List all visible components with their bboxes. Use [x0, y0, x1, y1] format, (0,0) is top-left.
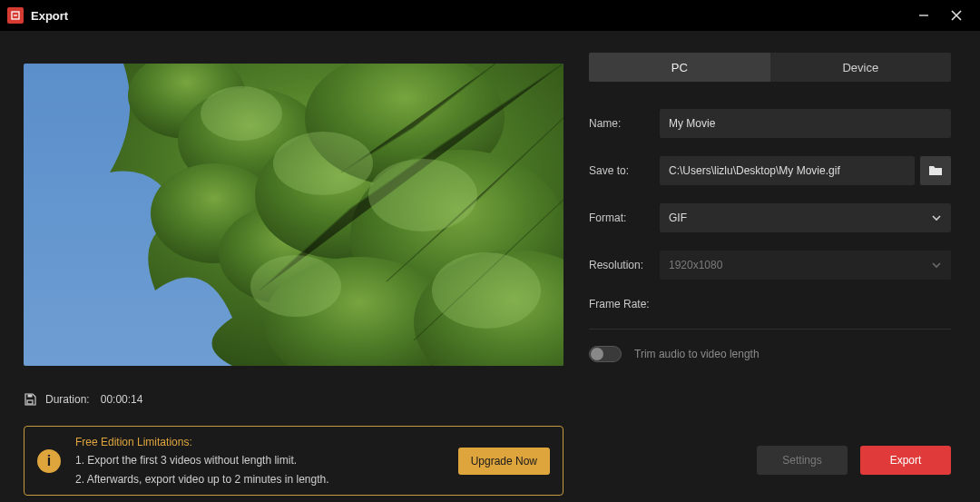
window-title: Export — [31, 9, 68, 23]
svg-point-15 — [432, 252, 541, 329]
format-value: GIF — [669, 212, 687, 224]
minimize-button[interactable] — [907, 0, 940, 31]
svg-rect-16 — [27, 400, 33, 404]
duration-row: Duration: 00:00:14 — [24, 393, 564, 406]
saveto-label: Save to: — [589, 164, 660, 177]
tab-pc[interactable]: PC — [589, 53, 770, 82]
save-disk-icon — [24, 393, 36, 406]
name-input[interactable] — [660, 109, 951, 138]
titlebar: Export — [0, 0, 980, 31]
svg-point-12 — [273, 132, 373, 195]
settings-button[interactable]: Settings — [757, 446, 848, 475]
toggle-knob — [591, 348, 603, 360]
trim-audio-label: Trim audio to video length — [634, 348, 760, 360]
svg-point-14 — [368, 159, 477, 231]
tab-device[interactable]: Device — [770, 53, 952, 82]
duration-label: Duration: — [45, 393, 90, 406]
resolution-value: 1920x1080 — [669, 259, 722, 271]
upgrade-button[interactable]: Upgrade Now — [458, 448, 550, 475]
close-button[interactable] — [940, 0, 973, 31]
format-label: Format: — [589, 212, 660, 224]
app-icon — [7, 7, 24, 24]
limitations-panel: i Free Edition Limitations: 1. Export th… — [24, 426, 564, 496]
limitations-title: Free Edition Limitations: — [75, 433, 444, 451]
divider — [589, 329, 951, 330]
resolution-select: 1920x1080 — [660, 251, 951, 280]
framerate-label: Frame Rate: — [589, 298, 660, 310]
chevron-down-icon — [931, 260, 942, 271]
svg-rect-17 — [28, 395, 33, 398]
svg-point-13 — [250, 255, 341, 317]
video-preview — [24, 64, 564, 366]
svg-point-11 — [201, 86, 282, 141]
info-icon: i — [37, 449, 61, 473]
resolution-label: Resolution: — [589, 259, 660, 271]
chevron-down-icon — [931, 212, 942, 223]
browse-folder-button[interactable] — [920, 156, 951, 185]
export-button[interactable]: Export — [860, 446, 951, 475]
limitations-line-1: 1. Export the first 3 videos without len… — [75, 451, 444, 469]
export-target-tabs: PC Device — [589, 53, 951, 82]
export-window: Export — [0, 0, 980, 502]
folder-icon — [928, 164, 943, 177]
name-label: Name: — [589, 117, 660, 130]
limitations-line-2: 2. Afterwards, export video up to 2 minu… — [75, 470, 444, 488]
trim-audio-toggle[interactable] — [589, 346, 622, 362]
saveto-input[interactable] — [660, 156, 915, 185]
duration-value: 00:00:14 — [101, 393, 143, 406]
format-select[interactable]: GIF — [660, 203, 951, 232]
